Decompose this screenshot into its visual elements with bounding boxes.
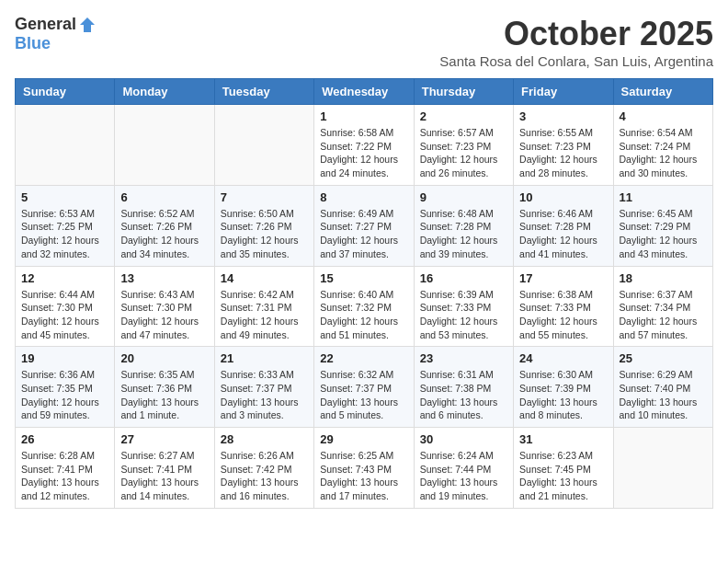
day-info: Sunrise: 6:32 AM Sunset: 7:37 PM Dayligh… <box>320 368 407 422</box>
calendar-cell: 19Sunrise: 6:36 AM Sunset: 7:35 PM Dayli… <box>16 347 115 428</box>
calendar-week-row: 5Sunrise: 6:53 AM Sunset: 7:25 PM Daylig… <box>16 185 713 266</box>
calendar-cell: 21Sunrise: 6:33 AM Sunset: 7:37 PM Dayli… <box>214 347 313 428</box>
day-info: Sunrise: 6:36 AM Sunset: 7:35 PM Dayligh… <box>21 368 108 422</box>
weekday-header-row: SundayMondayTuesdayWednesdayThursdayFrid… <box>16 79 713 105</box>
calendar-cell <box>214 105 313 186</box>
weekday-header-friday: Friday <box>514 79 613 105</box>
day-number: 20 <box>120 351 208 365</box>
day-info: Sunrise: 6:35 AM Sunset: 7:36 PM Dayligh… <box>120 368 208 422</box>
day-info: Sunrise: 6:30 AM Sunset: 7:39 PM Dayligh… <box>519 368 607 422</box>
day-number: 3 <box>519 109 607 123</box>
day-info: Sunrise: 6:54 AM Sunset: 7:24 PM Dayligh… <box>620 126 707 180</box>
day-number: 25 <box>620 351 707 365</box>
day-number: 31 <box>519 432 607 446</box>
day-number: 17 <box>519 271 607 285</box>
day-number: 29 <box>320 432 407 446</box>
day-number: 13 <box>120 271 208 285</box>
calendar-cell: 14Sunrise: 6:42 AM Sunset: 7:31 PM Dayli… <box>214 266 313 347</box>
calendar-cell: 3Sunrise: 6:55 AM Sunset: 7:23 PM Daylig… <box>514 105 613 186</box>
day-number: 6 <box>120 190 208 204</box>
day-info: Sunrise: 6:49 AM Sunset: 7:27 PM Dayligh… <box>320 207 407 261</box>
weekday-header-wednesday: Wednesday <box>314 79 414 105</box>
day-number: 24 <box>519 351 607 365</box>
day-info: Sunrise: 6:46 AM Sunset: 7:28 PM Dayligh… <box>519 207 607 261</box>
day-number: 23 <box>420 351 507 365</box>
calendar-cell <box>16 105 115 186</box>
calendar-cell: 9Sunrise: 6:48 AM Sunset: 7:28 PM Daylig… <box>414 185 513 266</box>
weekday-header-sunday: Sunday <box>16 79 115 105</box>
day-number: 2 <box>420 109 507 123</box>
calendar-cell: 31Sunrise: 6:23 AM Sunset: 7:45 PM Dayli… <box>514 428 613 509</box>
calendar-cell: 29Sunrise: 6:25 AM Sunset: 7:43 PM Dayli… <box>314 428 414 509</box>
calendar-cell: 16Sunrise: 6:39 AM Sunset: 7:33 PM Dayli… <box>414 266 513 347</box>
calendar-cell: 22Sunrise: 6:32 AM Sunset: 7:37 PM Dayli… <box>314 347 414 428</box>
day-info: Sunrise: 6:42 AM Sunset: 7:31 PM Dayligh… <box>221 288 308 342</box>
day-info: Sunrise: 6:55 AM Sunset: 7:23 PM Dayligh… <box>519 126 607 180</box>
calendar-week-row: 26Sunrise: 6:28 AM Sunset: 7:41 PM Dayli… <box>16 428 713 509</box>
weekday-header-saturday: Saturday <box>613 79 712 105</box>
month-title: October 2025 <box>439 15 713 53</box>
weekday-header-thursday: Thursday <box>414 79 513 105</box>
calendar-week-row: 19Sunrise: 6:36 AM Sunset: 7:35 PM Dayli… <box>16 347 713 428</box>
calendar-cell: 23Sunrise: 6:31 AM Sunset: 7:38 PM Dayli… <box>414 347 513 428</box>
day-number: 27 <box>120 432 208 446</box>
calendar-week-row: 12Sunrise: 6:44 AM Sunset: 7:30 PM Dayli… <box>16 266 713 347</box>
day-info: Sunrise: 6:39 AM Sunset: 7:33 PM Dayligh… <box>420 288 507 342</box>
weekday-header-tuesday: Tuesday <box>214 79 313 105</box>
calendar-cell: 20Sunrise: 6:35 AM Sunset: 7:36 PM Dayli… <box>115 347 214 428</box>
day-number: 15 <box>320 271 407 285</box>
day-info: Sunrise: 6:48 AM Sunset: 7:28 PM Dayligh… <box>420 207 507 261</box>
day-number: 16 <box>420 271 507 285</box>
calendar-cell: 1Sunrise: 6:58 AM Sunset: 7:22 PM Daylig… <box>314 105 414 186</box>
day-number: 21 <box>221 351 308 365</box>
calendar-table: SundayMondayTuesdayWednesdayThursdayFrid… <box>15 78 713 509</box>
day-number: 8 <box>320 190 407 204</box>
day-number: 28 <box>221 432 308 446</box>
day-info: Sunrise: 6:43 AM Sunset: 7:30 PM Dayligh… <box>120 288 208 342</box>
day-number: 12 <box>21 271 108 285</box>
day-info: Sunrise: 6:23 AM Sunset: 7:45 PM Dayligh… <box>519 449 607 503</box>
day-number: 10 <box>519 190 607 204</box>
calendar-cell: 18Sunrise: 6:37 AM Sunset: 7:34 PM Dayli… <box>613 266 712 347</box>
day-number: 4 <box>620 109 707 123</box>
day-number: 7 <box>221 190 308 204</box>
day-number: 1 <box>320 109 407 123</box>
day-info: Sunrise: 6:29 AM Sunset: 7:40 PM Dayligh… <box>620 368 707 422</box>
calendar-week-row: 1Sunrise: 6:58 AM Sunset: 7:22 PM Daylig… <box>16 105 713 186</box>
calendar-cell: 6Sunrise: 6:52 AM Sunset: 7:26 PM Daylig… <box>115 185 214 266</box>
calendar-cell: 7Sunrise: 6:50 AM Sunset: 7:26 PM Daylig… <box>214 185 313 266</box>
calendar-cell: 4Sunrise: 6:54 AM Sunset: 7:24 PM Daylig… <box>613 105 712 186</box>
calendar-cell: 8Sunrise: 6:49 AM Sunset: 7:27 PM Daylig… <box>314 185 414 266</box>
calendar-cell: 12Sunrise: 6:44 AM Sunset: 7:30 PM Dayli… <box>16 266 115 347</box>
day-info: Sunrise: 6:33 AM Sunset: 7:37 PM Dayligh… <box>221 368 308 422</box>
logo-general-text: General <box>15 15 76 34</box>
day-number: 26 <box>21 432 108 446</box>
day-info: Sunrise: 6:44 AM Sunset: 7:30 PM Dayligh… <box>21 288 108 342</box>
calendar-cell: 27Sunrise: 6:27 AM Sunset: 7:41 PM Dayli… <box>115 428 214 509</box>
day-info: Sunrise: 6:24 AM Sunset: 7:44 PM Dayligh… <box>420 449 507 503</box>
logo-icon <box>78 16 97 34</box>
day-info: Sunrise: 6:57 AM Sunset: 7:23 PM Dayligh… <box>420 126 507 180</box>
calendar-cell: 15Sunrise: 6:40 AM Sunset: 7:32 PM Dayli… <box>314 266 414 347</box>
day-number: 9 <box>420 190 507 204</box>
calendar-cell: 24Sunrise: 6:30 AM Sunset: 7:39 PM Dayli… <box>514 347 613 428</box>
calendar-cell: 5Sunrise: 6:53 AM Sunset: 7:25 PM Daylig… <box>16 185 115 266</box>
calendar-cell: 11Sunrise: 6:45 AM Sunset: 7:29 PM Dayli… <box>613 185 712 266</box>
calendar-cell <box>613 428 712 509</box>
weekday-header-monday: Monday <box>115 79 214 105</box>
title-area: October 2025 Santa Rosa del Conlara, San… <box>439 15 713 69</box>
day-info: Sunrise: 6:37 AM Sunset: 7:34 PM Dayligh… <box>620 288 707 342</box>
calendar-cell: 2Sunrise: 6:57 AM Sunset: 7:23 PM Daylig… <box>414 105 513 186</box>
calendar-cell: 26Sunrise: 6:28 AM Sunset: 7:41 PM Dayli… <box>16 428 115 509</box>
calendar-cell: 13Sunrise: 6:43 AM Sunset: 7:30 PM Dayli… <box>115 266 214 347</box>
day-number: 22 <box>320 351 407 365</box>
day-number: 5 <box>21 190 108 204</box>
svg-marker-0 <box>80 17 95 32</box>
location-title: Santa Rosa del Conlara, San Luis, Argent… <box>439 53 713 69</box>
day-info: Sunrise: 6:28 AM Sunset: 7:41 PM Dayligh… <box>21 449 108 503</box>
day-number: 30 <box>420 432 507 446</box>
logo: General Blue <box>15 15 97 53</box>
day-number: 18 <box>620 271 707 285</box>
calendar-cell <box>115 105 214 186</box>
calendar-cell: 30Sunrise: 6:24 AM Sunset: 7:44 PM Dayli… <box>414 428 513 509</box>
